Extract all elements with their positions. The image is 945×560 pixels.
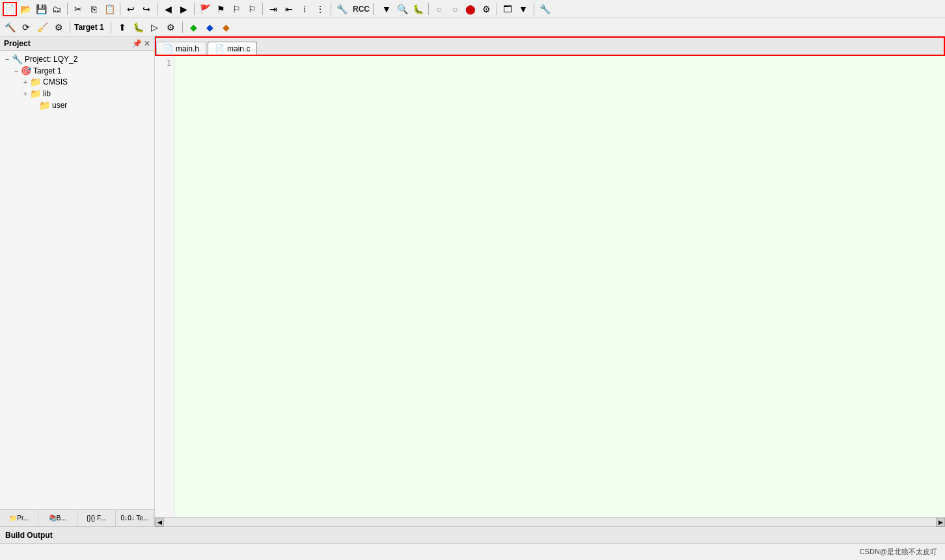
paste-button[interactable]: 📋 xyxy=(102,2,116,16)
rcc-label: RCC xyxy=(353,5,370,14)
cut-button[interactable]: ✂ xyxy=(71,2,85,16)
sep-t3 xyxy=(182,21,183,33)
format2-button[interactable]: ⋮ xyxy=(313,2,327,16)
tab-main-h[interactable]: 📄 main.h xyxy=(156,42,206,55)
indent-decrease-button[interactable]: ⇤ xyxy=(282,2,296,16)
circle1-button[interactable]: ○ xyxy=(432,2,446,16)
tree-item-lib[interactable]: + 📁 lib xyxy=(0,88,154,100)
target-config-button[interactable]: ⚙ xyxy=(51,20,66,34)
run-debug-button[interactable]: 🐛 xyxy=(131,20,146,34)
scroll-right-arrow[interactable]: ▶ xyxy=(936,518,945,527)
gem3-button[interactable]: ◆ xyxy=(219,20,234,34)
circle2-button[interactable]: ○ xyxy=(448,2,462,16)
bookmark3-button[interactable]: ⚐ xyxy=(229,2,243,16)
settings-button[interactable]: 🔧 xyxy=(538,2,552,16)
manage-button[interactable]: ⚙ xyxy=(164,20,178,34)
tab-project-label: Pr... xyxy=(17,514,29,522)
user-label: user xyxy=(52,101,67,110)
options-button[interactable]: ⚙ xyxy=(479,2,493,16)
load-button[interactable]: ⬆ xyxy=(115,20,130,34)
pin-icon[interactable]: 📌 xyxy=(132,39,142,48)
left-panel-tabs: 📁 Pr... 📚 B... {} {} F... 0↓ 0↓ Te... xyxy=(0,509,154,526)
tab-templates[interactable]: 0↓ 0↓ Te... xyxy=(116,510,154,526)
code-editor[interactable] xyxy=(174,56,945,517)
separator8 xyxy=(428,3,429,15)
redo-button[interactable]: ↪ xyxy=(139,2,154,16)
folder-cmsis-icon: 📁 xyxy=(30,77,41,87)
separator6 xyxy=(331,3,331,15)
target1-label: Target 1 xyxy=(33,66,61,75)
line-numbers: 1 xyxy=(155,56,174,517)
gem2-button[interactable]: ◆ xyxy=(203,20,217,34)
scroll-left-arrow[interactable]: ◀ xyxy=(155,518,164,527)
cmsis-label: CMSIS xyxy=(43,77,68,87)
tab-main-c-label: main.c xyxy=(227,44,250,53)
bookmark1-button[interactable]: 🚩 xyxy=(198,2,212,16)
separator4 xyxy=(194,3,195,15)
tree-item-project-root[interactable]: − 🔧 Project: LQY_2 xyxy=(0,53,154,65)
forward-button[interactable]: ▶ xyxy=(176,2,191,16)
tab-books[interactable]: 📚 B... xyxy=(38,510,77,526)
build-output-panel: Build Output xyxy=(0,526,945,543)
editor-area: 📄 main.h 📄 main.c 1 ◀ ▶ xyxy=(155,36,945,526)
tab-books-icon: 📚 xyxy=(49,514,57,522)
tab-project[interactable]: 📁 Pr... xyxy=(0,510,38,526)
folder-user-icon: 📁 xyxy=(39,100,50,111)
tab-books-label: B... xyxy=(57,514,66,522)
run-no-debug-button[interactable]: ▷ xyxy=(148,20,162,34)
tab-main-c[interactable]: 📄 main.c xyxy=(208,42,257,55)
format1-button[interactable]: ⁞ xyxy=(297,2,312,16)
sep-t2 xyxy=(111,21,111,33)
tab-functions-icon: {} xyxy=(87,514,91,522)
bookmark4-button[interactable]: ⚐ xyxy=(245,2,259,16)
dropdown2-button[interactable]: ▼ xyxy=(516,2,530,16)
rebuild-button[interactable]: ⟳ xyxy=(19,20,33,34)
build-output-title: Build Output xyxy=(5,531,53,540)
tab-functions-label: {} F... xyxy=(91,514,106,522)
bookmark2-button[interactable]: ⚑ xyxy=(213,2,228,16)
copy-button[interactable]: ⎘ xyxy=(87,2,101,16)
lib-label: lib xyxy=(43,89,51,98)
undo-button[interactable]: ↩ xyxy=(124,2,138,16)
rcc-tool-icon[interactable]: 🔧 xyxy=(335,2,349,16)
view-button[interactable]: 🗔 xyxy=(500,2,515,16)
sep-t1 xyxy=(70,21,70,33)
back-button[interactable]: ◀ xyxy=(161,2,175,16)
indent-increase-button[interactable]: ⇥ xyxy=(266,2,281,16)
open-file-button[interactable]: 📂 xyxy=(18,2,33,16)
expand-icon-target1: − xyxy=(12,67,21,75)
tree-item-cmsis[interactable]: + 📁 CMSIS xyxy=(0,76,154,88)
project-panel-title: Project xyxy=(4,39,31,48)
gem1-button[interactable]: ◆ xyxy=(187,20,201,34)
save-file-button[interactable]: 💾 xyxy=(34,2,48,16)
separator3 xyxy=(157,3,158,15)
new-file-button[interactable]: 📄 xyxy=(3,2,17,16)
target-label: Target 1 xyxy=(74,23,104,32)
target-icon: 🎯 xyxy=(21,66,31,75)
close-panel-icon[interactable]: ✕ xyxy=(144,39,150,48)
separator10 xyxy=(534,3,534,15)
project-panel: Project 📌 ✕ − 🔧 Project: LQY_2 − 🎯 Targe… xyxy=(0,36,155,526)
stop-button[interactable]: ⬤ xyxy=(463,2,478,16)
clean-button[interactable]: 🧹 xyxy=(35,20,49,34)
tree-item-target1[interactable]: − 🎯 Target 1 xyxy=(0,65,154,76)
debug-tool-button[interactable]: 🐛 xyxy=(411,2,425,16)
save-all-button[interactable]: 🗂 xyxy=(49,2,64,16)
build-button[interactable]: 🔨 xyxy=(3,20,17,34)
project-tree: − 🔧 Project: LQY_2 − 🎯 Target 1 + 📁 CMSI… xyxy=(0,51,154,509)
tab-templates-label: 0↓ Te... xyxy=(128,514,148,522)
horizontal-scrollbar[interactable]: ◀ ▶ xyxy=(155,517,945,526)
tree-item-user[interactable]: 📁 user xyxy=(0,100,154,111)
file-h-icon: 📄 xyxy=(163,44,173,53)
inspect-button[interactable]: 🔍 xyxy=(395,2,409,16)
separator1 xyxy=(67,3,68,15)
project-panel-header: Project 📌 ✕ xyxy=(0,36,154,51)
tab-functions[interactable]: {} {} F... xyxy=(77,510,116,526)
dropdown1-button[interactable]: ▼ xyxy=(379,2,394,16)
scroll-track[interactable] xyxy=(165,519,935,526)
separator7 xyxy=(373,3,374,15)
line-number-1: 1 xyxy=(155,59,171,68)
expand-icon-lib: + xyxy=(21,90,30,98)
tab-main-h-label: main.h xyxy=(176,44,199,53)
expand-icon-cmsis: + xyxy=(21,78,30,86)
